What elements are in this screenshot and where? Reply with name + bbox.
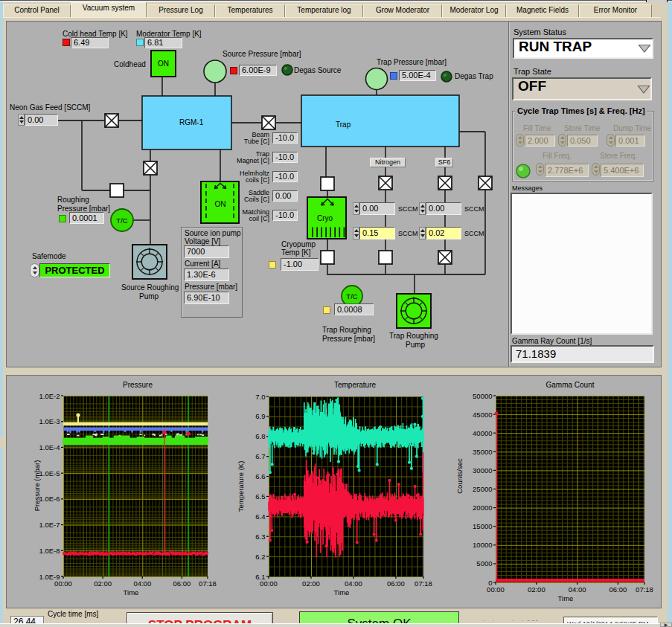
svg-text:Time: Time <box>334 588 350 597</box>
svg-text:6.8: 6.8 <box>255 432 265 440</box>
svg-text:07:18: 07:18 <box>415 579 432 588</box>
svg-text:04:00: 04:00 <box>133 579 151 588</box>
svg-text:T/C: T/C <box>346 292 357 300</box>
svg-text:45000: 45000 <box>473 411 492 419</box>
svg-text:Time: Time <box>124 588 139 597</box>
svg-text:Counts/sec: Counts/sec <box>455 458 464 494</box>
svg-text:10000: 10000 <box>473 541 492 549</box>
svg-text:30000: 30000 <box>473 466 492 475</box>
svg-text:ON: ON <box>215 200 226 208</box>
svg-text:35000: 35000 <box>473 448 492 456</box>
svg-text:6.4: 6.4 <box>255 512 265 521</box>
svg-text:40000: 40000 <box>473 429 492 437</box>
svg-text:50000: 50000 <box>473 392 492 400</box>
svg-text:6.5: 6.5 <box>255 492 265 501</box>
svg-text:04:00: 04:00 <box>345 579 362 588</box>
svg-text:00:00: 00:00 <box>260 579 278 588</box>
svg-text:00:00: 00:00 <box>487 585 505 594</box>
svg-text:6.6: 6.6 <box>255 472 265 480</box>
svg-text:02:00: 02:00 <box>302 579 320 588</box>
svg-text:Time: Time <box>558 594 574 602</box>
svg-text:02:00: 02:00 <box>528 585 545 594</box>
svg-text:1.0E-6: 1.0E-6 <box>39 495 60 503</box>
svg-text:02:00: 02:00 <box>94 579 112 588</box>
svg-text:T/C: T/C <box>116 216 127 225</box>
svg-text:25000: 25000 <box>473 485 492 493</box>
svg-text:Temperature (K): Temperature (K) <box>237 461 245 512</box>
svg-text:04:00: 04:00 <box>569 585 586 594</box>
svg-text:6.3: 6.3 <box>255 533 265 541</box>
svg-text:Pressure (mbar): Pressure (mbar) <box>33 460 41 512</box>
svg-text:Pressure: Pressure <box>123 381 153 389</box>
svg-text:00:00: 00:00 <box>54 579 72 588</box>
svg-text:Gamma Count: Gamma Count <box>545 381 594 389</box>
svg-text:06:00: 06:00 <box>609 585 627 594</box>
svg-text:5000: 5000 <box>476 559 492 567</box>
svg-text:1.0E-8: 1.0E-8 <box>39 547 60 555</box>
svg-text:15000: 15000 <box>473 522 492 530</box>
svg-text:6.7: 6.7 <box>255 452 265 460</box>
svg-text:20000: 20000 <box>473 504 492 512</box>
svg-text:1.0E-2: 1.0E-2 <box>39 392 60 400</box>
svg-text:1.0E-3: 1.0E-3 <box>39 417 60 425</box>
svg-text:06:00: 06:00 <box>173 579 191 588</box>
svg-text:7.0: 7.0 <box>255 393 265 401</box>
svg-text:6.9: 6.9 <box>255 412 265 420</box>
svg-text:6.2: 6.2 <box>255 553 265 561</box>
svg-text:1.0E-7: 1.0E-7 <box>39 521 60 529</box>
svg-text:07:18: 07:18 <box>636 585 653 594</box>
svg-text:1.0E-5: 1.0E-5 <box>39 469 60 478</box>
svg-text:Temperature: Temperature <box>334 381 377 389</box>
svg-text:1.0E-4: 1.0E-4 <box>39 443 60 451</box>
svg-text:06:00: 06:00 <box>387 579 405 588</box>
svg-text:07:18: 07:18 <box>199 579 217 588</box>
